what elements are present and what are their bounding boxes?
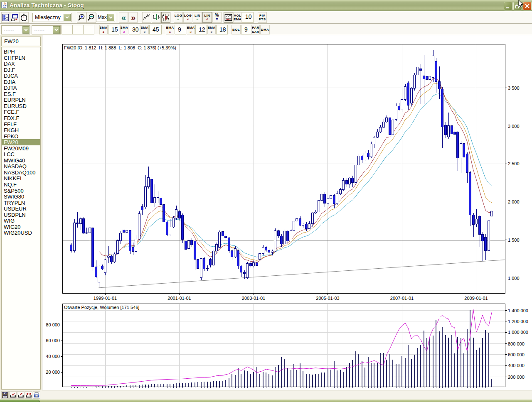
svg-text:1999-01-01: 1999-01-01 [94, 296, 117, 301]
svg-text:2 000: 2 000 [508, 199, 520, 204]
svg-text:1 000 000: 1 000 000 [508, 330, 528, 335]
svg-text:2007-01-01: 2007-01-01 [390, 296, 414, 301]
svg-text:600 000: 600 000 [508, 352, 525, 357]
svg-text:2001-01-01: 2001-01-01 [167, 296, 191, 301]
svg-text:20 000: 20 000 [46, 370, 60, 375]
svg-text:1 400 000: 1 400 000 [508, 308, 528, 313]
svg-text:400 000: 400 000 [508, 363, 525, 368]
svg-text:40 000: 40 000 [46, 354, 60, 359]
svg-text:1 500: 1 500 [508, 238, 520, 243]
svg-text:2003-01-01: 2003-01-01 [242, 296, 265, 301]
svg-text:800 000: 800 000 [508, 341, 525, 346]
svg-text:1 000: 1 000 [508, 276, 520, 281]
svg-text:1 200 000: 1 200 000 [508, 319, 528, 324]
svg-text:3 000: 3 000 [508, 124, 520, 129]
svg-text:2009-01-01: 2009-01-01 [464, 296, 488, 301]
svg-text:80 000: 80 000 [46, 322, 60, 327]
svg-text:2 500: 2 500 [508, 161, 520, 166]
svg-text:200 000: 200 000 [508, 375, 525, 380]
svg-text:3 500: 3 500 [508, 86, 520, 91]
svg-text:Otwarte Pozycje, Wolumen [171: Otwarte Pozycje, Wolumen [171 546] [64, 305, 139, 310]
svg-text:FW20 [O: 1 812 H: 1 888 L: 1: FW20 [O: 1 812 H: 1 888 L: 1 808 C: 1 87… [64, 45, 176, 50]
svg-text:60 000: 60 000 [46, 338, 60, 343]
svg-text:2005-01-03: 2005-01-03 [316, 296, 339, 301]
